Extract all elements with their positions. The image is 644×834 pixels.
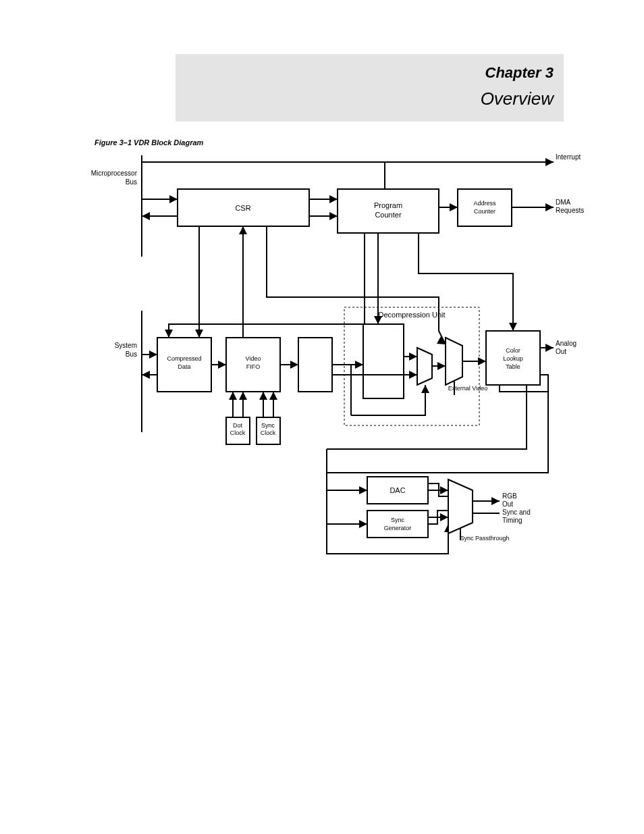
svg-marker-23	[239, 226, 247, 234]
sclk-label-1: Sync	[261, 422, 275, 429]
svg-marker-10	[450, 203, 458, 211]
svg-marker-27	[239, 392, 247, 400]
clut-label-3: Table	[506, 363, 520, 370]
dma-label-2: Requests	[556, 207, 584, 214]
svg-marker-14	[149, 350, 157, 359]
svg-marker-41	[421, 385, 429, 393]
diagram-canvas: Chapter 3 Overview Figure 3–1 VDR Block …	[0, 0, 644, 834]
svg-marker-6	[329, 195, 338, 203]
mux2-sel-label: External Video	[448, 385, 487, 392]
cmp-label-2: Data	[178, 363, 190, 370]
dcu-mux2	[446, 338, 462, 385]
dcu-label: Decompression Unit	[378, 311, 445, 319]
svg-marker-31	[269, 392, 277, 400]
chapter-number: Chapter 3	[485, 64, 554, 81]
sgen-label-1: Sync	[391, 517, 405, 523]
cmp-label-1: Compressed	[167, 355, 201, 362]
clut-label-1: Color	[506, 347, 520, 354]
dma-label-1: DMA	[556, 199, 571, 206]
svg-marker-37	[409, 371, 417, 379]
svg-marker-1	[169, 195, 178, 203]
svg-marker-21	[218, 361, 226, 369]
addr-label-2: Counter	[474, 208, 495, 215]
svg-marker-12	[545, 203, 554, 211]
pc-label-1: Program	[374, 201, 402, 209]
svg-marker-33	[290, 361, 298, 369]
analog-out-label-2: Out	[556, 348, 566, 355]
pc-label-2: Counter	[375, 211, 401, 219]
chapter-title: Overview	[481, 88, 556, 109]
sys-bus-label-2: Bus	[126, 350, 137, 358]
clut-label-2: Lookup	[503, 355, 523, 362]
svg-marker-25	[229, 392, 237, 400]
fifo-label-2: FIFO	[246, 363, 261, 370]
svg-marker-44	[437, 362, 446, 370]
svg-marker-18	[195, 330, 203, 338]
svg-marker-16	[142, 371, 150, 379]
sync-out-label-2: Timing	[502, 517, 522, 524]
svg-marker-35	[355, 361, 363, 369]
svg-marker-61	[491, 497, 500, 505]
svg-marker-52	[359, 486, 367, 494]
addr-label-1: Address	[473, 200, 496, 207]
figure-caption: Figure 3–1 VDR Block Diagram	[95, 138, 204, 147]
dcu-mux1	[417, 348, 432, 385]
sys-bus-label-1: System	[115, 342, 137, 349]
micro-bus-label-1: Microprocessor	[91, 170, 138, 177]
svg-marker-49	[509, 323, 517, 331]
outmux-sel-label: Sync Passthrough	[460, 535, 509, 542]
csr-label: CSR	[235, 204, 250, 212]
analog-out-label-1: Analog	[556, 340, 576, 347]
svg-marker-29	[259, 392, 267, 400]
svg-marker-3	[142, 212, 150, 220]
sgen-label-2: Generator	[384, 525, 412, 531]
rgb-out-label-1: RGB	[502, 492, 517, 500]
sync-out-label-1: Sync and	[502, 509, 531, 516]
svg-marker-48	[478, 357, 486, 365]
sclk-label-2: Clock	[261, 429, 276, 436]
dclk-label-1: Dot	[233, 422, 243, 429]
pixel-block	[298, 338, 332, 392]
interrupt-label: Interrupt	[556, 153, 581, 161]
svg-marker-38	[374, 316, 382, 324]
svg-marker-51	[545, 344, 554, 352]
interrupt-arrow	[545, 158, 554, 166]
fifo-label-1: Video	[246, 355, 261, 362]
dcu-inner-block	[363, 324, 404, 398]
dclk-label-2: Clock	[230, 429, 246, 436]
out-mux	[448, 479, 473, 533]
svg-marker-19	[165, 330, 173, 338]
dac-label: DAC	[390, 486, 405, 494]
svg-marker-53	[359, 520, 367, 528]
svg-marker-56	[440, 486, 448, 494]
svg-marker-58	[440, 513, 448, 521]
sgen-block	[367, 511, 428, 538]
svg-marker-40	[409, 353, 417, 361]
rgb-out-label-2: Out	[502, 500, 513, 508]
svg-marker-8	[329, 212, 338, 220]
micro-bus-label-2: Bus	[126, 178, 137, 186]
